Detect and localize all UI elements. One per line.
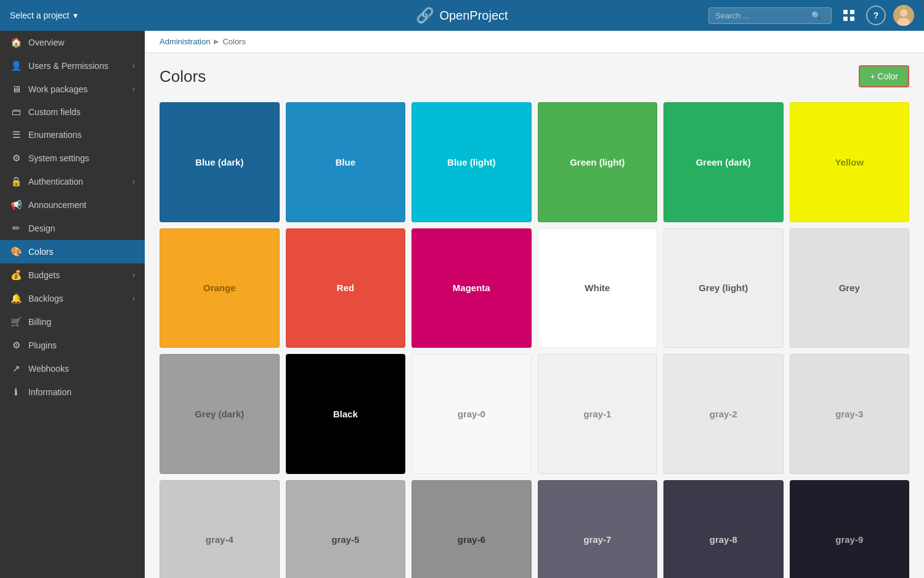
sidebar-item-budgets[interactable]: 💰 Budgets › — [0, 263, 145, 287]
sidebar-label-billing: Billing — [28, 317, 135, 327]
color-tile[interactable]: gray-6 — [411, 480, 532, 579]
sidebar-item-authentication[interactable]: 🔒 Authentication › — [0, 170, 145, 193]
sidebar-icon-budgets: 💰 — [10, 270, 22, 281]
color-tile[interactable]: gray-5 — [286, 480, 406, 579]
color-tile[interactable]: gray-8 — [663, 480, 784, 579]
color-tile[interactable]: Orange — [160, 228, 280, 348]
sidebar-item-design[interactable]: ✏ Design — [0, 217, 145, 240]
sidebar-label-plugins: Plugins — [28, 340, 135, 350]
grid-icon-button[interactable] — [839, 6, 859, 25]
content-area: Administration ▶ Colors Colors + Color B… — [145, 31, 924, 578]
color-tile[interactable]: gray-2 — [663, 354, 784, 474]
project-selector-label: Select a project — [10, 10, 70, 20]
sidebar-icon-custom-fields: 🗃 — [10, 106, 22, 117]
sidebar-icon-backlogs: 🔔 — [10, 293, 22, 304]
sidebar-label-backlogs: Backlogs — [28, 294, 132, 303]
add-color-button[interactable]: + Color — [859, 65, 909, 87]
sidebar-label-design: Design — [28, 223, 135, 233]
sidebar-icon-announcement: 📢 — [10, 199, 22, 211]
sidebar-icon-authentication: 🔒 — [10, 176, 22, 187]
color-tile[interactable]: Blue (light) — [411, 102, 532, 222]
project-selector[interactable]: Select a project ▾ — [10, 10, 133, 20]
svg-rect-3 — [850, 17, 854, 21]
svg-rect-2 — [843, 17, 848, 21]
sidebar-icon-webhooks: ↗ — [10, 363, 22, 374]
svg-rect-0 — [843, 10, 848, 14]
sidebar-item-plugins[interactable]: ⚙ Plugins — [0, 334, 145, 357]
sidebar-item-custom-fields[interactable]: 🗃 Custom fields — [0, 100, 145, 123]
color-tile[interactable]: Blue — [286, 102, 406, 222]
sidebar-label-webhooks: Webhooks — [28, 364, 135, 374]
color-tile[interactable]: Grey — [790, 228, 910, 348]
logo-icon: 🔗 — [416, 7, 434, 24]
top-nav-right: 🔍 ? — [708, 5, 914, 26]
color-tile[interactable]: gray-1 — [538, 354, 658, 474]
sidebar-item-webhooks[interactable]: ↗ Webhooks — [0, 357, 145, 380]
sidebar-label-announcement: Announcement — [28, 200, 135, 210]
sidebar-label-colors: Colors — [28, 247, 135, 257]
color-tile[interactable]: Magenta — [411, 228, 532, 348]
help-icon-button[interactable]: ? — [866, 6, 886, 25]
sidebar-label-authentication: Authentication — [28, 177, 132, 187]
sidebar-item-backlogs[interactable]: 🔔 Backlogs › — [0, 287, 145, 310]
sidebar-item-overview[interactable]: 🏠 Overview — [0, 31, 145, 54]
page-content: Colors + Color Blue (dark)BlueBlue (ligh… — [145, 53, 924, 578]
search-icon: 🔍 — [811, 11, 821, 20]
sidebar-label-work-packages: Work packages — [28, 84, 132, 94]
color-tile[interactable]: gray-7 — [538, 480, 658, 579]
sidebar-icon-colors: 🎨 — [10, 246, 22, 257]
color-tile[interactable]: Blue (dark) — [160, 102, 280, 222]
sidebar-label-overview: Overview — [28, 38, 135, 47]
sidebar-label-users-permissions: Users & Permissions — [28, 61, 132, 71]
sidebar-label-budgets: Budgets — [28, 270, 132, 280]
sidebar-arrow-backlogs: › — [132, 294, 135, 303]
color-tile[interactable]: Grey (dark) — [160, 354, 280, 474]
sidebar-arrow-work-packages: › — [132, 85, 135, 94]
color-tile[interactable]: Black — [286, 354, 406, 474]
sidebar-icon-system-settings: ⚙ — [10, 153, 22, 164]
sidebar-icon-enumerations: ☰ — [10, 129, 22, 140]
breadcrumb-admin-link[interactable]: Administration — [160, 37, 210, 46]
sidebar-icon-design: ✏ — [10, 223, 22, 234]
svg-rect-1 — [850, 10, 854, 14]
sidebar-icon-billing: 🛒 — [10, 316, 22, 327]
top-nav: Select a project ▾ 🔗 OpenProject 🔍 ? — [0, 0, 924, 31]
sidebar-label-system-settings: System settings — [28, 153, 135, 163]
sidebar-item-colors[interactable]: 🎨 Colors — [0, 240, 145, 263]
sidebar-item-users-permissions[interactable]: 👤 Users & Permissions › — [0, 54, 145, 78]
sidebar-item-enumerations[interactable]: ☰ Enumerations — [0, 123, 145, 147]
colors-grid: Blue (dark)BlueBlue (light)Green (light)… — [160, 102, 909, 578]
avatar[interactable] — [893, 5, 914, 26]
color-tile[interactable]: gray-4 — [160, 480, 280, 579]
search-box[interactable]: 🔍 — [708, 7, 832, 24]
sidebar-item-work-packages[interactable]: 🖥 Work packages › — [0, 78, 145, 100]
color-tile[interactable]: Grey (light) — [663, 228, 784, 348]
sidebar-icon-plugins: ⚙ — [10, 340, 22, 351]
sidebar-arrow-users-permissions: › — [132, 62, 135, 70]
sidebar-icon-work-packages: 🖥 — [10, 84, 22, 94]
search-input[interactable] — [715, 11, 808, 20]
sidebar-item-billing[interactable]: 🛒 Billing — [0, 310, 145, 334]
app-logo-area: 🔗 OpenProject — [416, 7, 508, 24]
breadcrumb-separator: ▶ — [214, 38, 219, 46]
color-tile[interactable]: Yellow — [790, 102, 910, 222]
color-tile[interactable]: gray-0 — [411, 354, 532, 474]
page-title: Colors — [160, 67, 206, 86]
svg-point-5 — [900, 9, 907, 17]
page-header: Colors + Color — [160, 65, 909, 87]
sidebar-item-system-settings[interactable]: ⚙ System settings — [0, 147, 145, 170]
color-tile[interactable]: gray-9 — [790, 480, 910, 579]
sidebar-icon-users-permissions: 👤 — [10, 60, 22, 71]
color-tile[interactable]: gray-3 — [790, 354, 910, 474]
sidebar-label-enumerations: Enumerations — [28, 130, 135, 140]
color-tile[interactable]: Green (light) — [538, 102, 658, 222]
sidebar-item-information[interactable]: ℹ Information — [0, 380, 145, 404]
chevron-down-icon: ▾ — [73, 10, 78, 20]
sidebar-icon-information: ℹ — [10, 387, 22, 398]
app-title: OpenProject — [439, 9, 508, 23]
breadcrumb: Administration ▶ Colors — [145, 31, 924, 53]
color-tile[interactable]: Green (dark) — [663, 102, 784, 222]
color-tile[interactable]: Red — [286, 228, 406, 348]
sidebar-item-announcement[interactable]: 📢 Announcement — [0, 193, 145, 217]
color-tile[interactable]: White — [538, 228, 658, 348]
